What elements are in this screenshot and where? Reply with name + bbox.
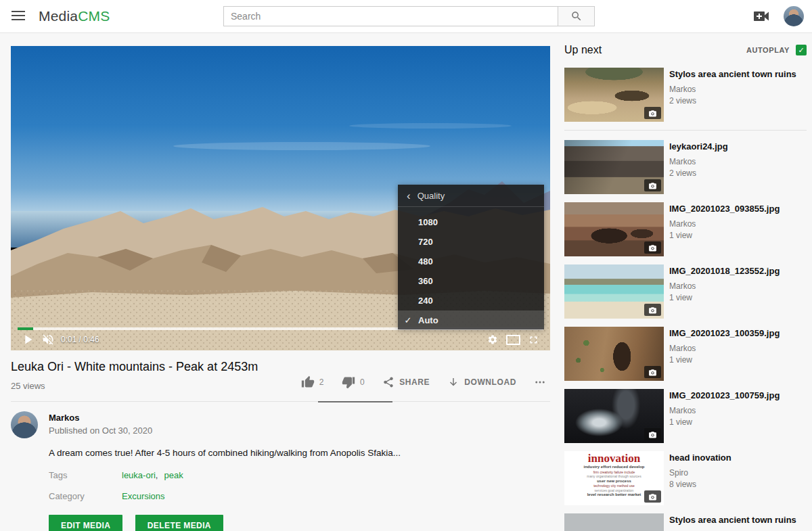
search-icon (570, 10, 583, 22)
author-name[interactable]: Markos (49, 413, 152, 423)
camera-badge-icon (644, 428, 661, 440)
camera-badge-icon (644, 304, 661, 316)
upnext-item-views: 1 view (669, 231, 780, 240)
quality-option-480[interactable]: 480 (398, 252, 544, 271)
video-player[interactable]: ‹ Quality 1080720480360240✓Auto (11, 46, 550, 350)
upnext-item[interactable]: Stylos area ancient town ruins Markos 2 … (564, 68, 807, 122)
upnext-item[interactable]: leykaori24.jpg Markos 2 views (564, 140, 807, 194)
quality-option-label: 1080 (418, 217, 438, 227)
video-camera-add-icon (754, 9, 770, 23)
fullscreen-button[interactable] (523, 331, 543, 348)
camera-badge-icon (644, 179, 661, 191)
upnext-item-views: 1 view (669, 417, 780, 427)
quality-option-240[interactable]: 240 (398, 291, 544, 310)
publish-date: Published on Oct 30, 2020 (49, 425, 152, 436)
search-bar (223, 6, 595, 26)
mute-button[interactable] (38, 331, 58, 348)
settings-button[interactable] (482, 331, 503, 348)
logo[interactable]: MediaCMS (39, 0, 110, 32)
upnext-item-views: 2 views (669, 168, 728, 178)
upnext-item-author: Markos (669, 157, 728, 166)
meta-row: 25 views 2 0 (11, 374, 550, 402)
check-icon: ✓ (398, 315, 418, 325)
search-input[interactable] (223, 6, 558, 26)
upnext-item[interactable]: IMG_20201018_123552.jpg Markos 1 view (564, 264, 807, 319)
fullscreen-icon (528, 334, 539, 346)
upnext-item-author: Markos (669, 219, 780, 229)
edit-media-button[interactable]: EDIT MEDIA (49, 515, 122, 531)
tag-link-leuka-ori[interactable]: leuka-ori (122, 470, 156, 480)
like-count: 2 (319, 377, 324, 387)
upnext-item[interactable]: IMG_20201023_100759.jpg Markos 1 view (564, 389, 807, 443)
search-button[interactable] (558, 6, 595, 26)
share-button[interactable]: SHARE (382, 376, 430, 388)
upnext-item-title: leykaori24.jpg (669, 141, 728, 152)
like-button[interactable]: 2 (301, 375, 324, 389)
thumb-down-icon (342, 375, 355, 389)
quality-option-1080[interactable]: 1080 (398, 212, 544, 232)
download-button[interactable]: DOWNLOAD (447, 376, 516, 388)
upnext-item[interactable]: innovationindustry effort reduced develo… (564, 451, 807, 505)
upnext-thumbnail[interactable]: innovationindustry effort reduced develo… (564, 451, 664, 505)
time-display: 0:01 / 0:46 (61, 335, 99, 344)
video-title: Leuka Ori - White mountains - Peak at 24… (11, 360, 550, 374)
user-avatar[interactable] (784, 6, 804, 26)
upnext-item-author: Markos (669, 85, 796, 94)
upnext-item-views: 1 view (669, 293, 780, 302)
progress-played (18, 327, 33, 330)
tag-link-peak[interactable]: peak (164, 470, 183, 480)
camera-badge-icon (644, 366, 661, 378)
delete-media-button[interactable]: DELETE MEDIA (135, 515, 223, 531)
category-link[interactable]: Excursions (122, 491, 165, 501)
upnext-item-views: 8 views (669, 480, 731, 489)
quality-menu: ‹ Quality 1080720480360240✓Auto (398, 185, 544, 329)
upnext-thumbnail[interactable] (564, 140, 664, 194)
upnext-item[interactable]: IMG_20201023_100359.jpg Markos 1 view (564, 327, 807, 381)
theater-mode-button[interactable] (503, 331, 523, 348)
quality-menu-title: Quality (418, 191, 445, 201)
upnext-item-title: IMG_20201023_093855.jpg (669, 204, 780, 214)
ellipsis-icon (534, 376, 546, 388)
autoplay-checkbox[interactable]: ✓ (796, 45, 807, 55)
upnext-item-title: IMG_20201023_100759.jpg (669, 390, 780, 401)
menu-icon[interactable] (12, 11, 25, 22)
upnext-item-author: Spiro (669, 468, 731, 478)
quality-options: 1080720480360240✓Auto (398, 207, 544, 329)
share-icon (382, 376, 394, 388)
quality-option-360[interactable]: 360 (398, 271, 544, 291)
up-next-header: Up next AUTOPLAY ✓ (564, 41, 807, 60)
volume-off-icon (41, 333, 55, 346)
add-media-button[interactable] (754, 9, 770, 23)
more-options-button[interactable] (534, 376, 546, 388)
author-avatar[interactable] (11, 411, 38, 438)
download-arrow-icon (447, 376, 459, 388)
upnext-divider (564, 130, 807, 131)
tags-row: Tags leuka-ori, peak (49, 470, 550, 480)
upnext-thumbnail[interactable] (564, 264, 664, 319)
media-buttons: EDIT MEDIA DELETE MEDIA (49, 515, 550, 531)
quality-option-label: Auto (418, 315, 438, 325)
upnext-item[interactable]: IMG_20201023_093855.jpg Markos 1 view (564, 202, 807, 256)
upnext-item-title: IMG_20201023_100359.jpg (669, 328, 780, 339)
dislike-button[interactable]: 0 (342, 375, 365, 389)
upnext-thumbnail[interactable] (564, 513, 664, 531)
upnext-item-title: Stylos area ancient town ruins (669, 69, 796, 80)
upnext-item[interactable]: Stylos area ancient town ruins (564, 513, 807, 531)
up-next-title: Up next (564, 44, 602, 56)
upnext-thumbnail[interactable] (564, 68, 664, 122)
upnext-thumbnail[interactable] (564, 327, 664, 381)
quality-option-auto[interactable]: ✓Auto (398, 310, 544, 329)
upnext-item-views: 2 views (669, 96, 796, 106)
category-label: Category (49, 491, 122, 501)
autoplay-control: AUTOPLAY ✓ (746, 45, 807, 55)
upnext-item-title: head inovation (669, 453, 731, 463)
logo-media: Media (39, 8, 78, 24)
upnext-thumbnail[interactable] (564, 202, 664, 256)
upnext-thumbnail[interactable] (564, 389, 664, 443)
quality-menu-back[interactable]: ‹ Quality (398, 185, 544, 207)
quality-option-720[interactable]: 720 (398, 232, 544, 252)
autoplay-label: AUTOPLAY (746, 46, 790, 54)
upnext-item-author: Markos (669, 344, 780, 353)
play-button[interactable] (18, 331, 38, 348)
upnext-item-title: IMG_20201018_123552.jpg (669, 266, 780, 277)
